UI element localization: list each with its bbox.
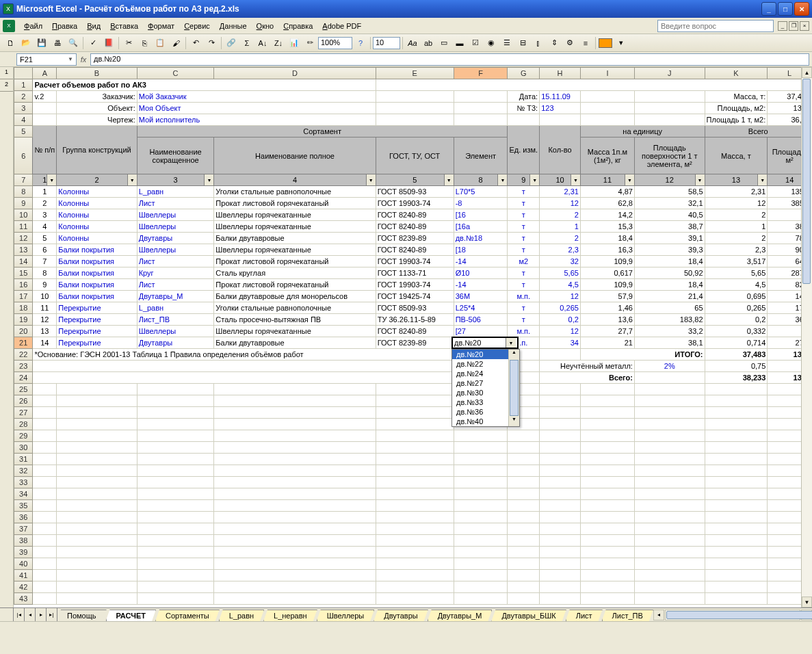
row-header-20[interactable]: 20 [14, 326, 33, 337]
row-header-3[interactable]: 3 [14, 103, 33, 114]
tab-first-button[interactable]: |◂ [14, 608, 25, 621]
filter-arrow-icon[interactable]: ▼ [571, 174, 580, 185]
doc-restore-button[interactable]: ❐ [789, 21, 798, 31]
minimize-button[interactable]: _ [761, 2, 776, 16]
row-header-18[interactable]: 18 [14, 302, 33, 314]
row-header-7[interactable]: 7 [14, 174, 33, 186]
tab-next-button[interactable]: ▸ [36, 608, 47, 621]
group-box-button[interactable]: ▭ [436, 36, 451, 51]
filter-arrow-icon[interactable]: ▼ [444, 174, 454, 185]
col-header-F[interactable]: F [454, 68, 508, 79]
filter-5[interactable]: 5▼ [376, 174, 454, 186]
dropdown-option[interactable]: дв.№22 [452, 359, 508, 369]
row-header-25[interactable]: 25 [14, 384, 33, 395]
row-header-38[interactable]: 38 [14, 535, 33, 547]
dropdown-option[interactable]: дв.№40 [452, 417, 508, 426]
col-header-K[interactable]: K [705, 68, 768, 79]
hyperlink-button[interactable]: 🔗 [224, 36, 239, 51]
name-box-dropdown-icon[interactable]: ▼ [68, 56, 73, 62]
open-button[interactable]: 📂 [18, 36, 34, 51]
zoom-combobox[interactable]: 100% [318, 37, 352, 49]
col-header-I[interactable]: I [580, 68, 634, 79]
dropdown-option[interactable]: дв.№24 [452, 369, 508, 378]
row-header-34[interactable]: 34 [14, 488, 33, 500]
sort-asc-button[interactable]: A↓ [255, 36, 270, 51]
row-header-41[interactable]: 41 [14, 570, 33, 581]
filter-arrow-icon[interactable]: ▼ [47, 174, 56, 185]
label-button[interactable]: Aa [405, 36, 420, 51]
row-header-17[interactable]: 17 [14, 291, 33, 302]
spinner-control-button[interactable]: ⇕ [547, 36, 562, 51]
hscroll-thumb[interactable] [666, 611, 812, 619]
doc-close-button[interactable]: × [800, 21, 809, 31]
active-cell-dropdown[interactable]: дв.№20 ▼ [451, 337, 519, 349]
filter-arrow-icon[interactable]: ▼ [529, 174, 539, 185]
save-button[interactable]: 💾 [34, 36, 49, 51]
filter-arrow-icon[interactable]: ▼ [757, 174, 767, 185]
dropdown-scrollbar[interactable]: ▲ ▼ [508, 350, 519, 426]
combobox-control-button[interactable]: ⊟ [515, 36, 530, 51]
menu-Данные[interactable]: Данные [215, 20, 252, 32]
row-header-43[interactable]: 43 [14, 593, 33, 605]
col-header-B[interactable]: B [57, 68, 137, 79]
filter-arrow-icon[interactable]: ▼ [497, 174, 507, 185]
sheet-tab[interactable]: Лист [566, 610, 603, 621]
listbox-control-button[interactable]: ☰ [499, 36, 514, 51]
sheet-tab[interactable]: L_равн [219, 610, 264, 621]
row-header-35[interactable]: 35 [14, 500, 33, 512]
format-painter-button[interactable]: 🖌 [168, 36, 183, 51]
filter-12[interactable]: 12▼ [634, 174, 705, 186]
filter-9[interactable]: 9▼ [508, 174, 540, 186]
row-header-37[interactable]: 37 [14, 523, 33, 535]
copy-button[interactable]: ⎘ [137, 36, 152, 51]
sort-desc-button[interactable]: Z↓ [271, 36, 286, 51]
font-size-combobox[interactable]: 10 [373, 37, 400, 49]
row-header-8[interactable]: 8 [14, 186, 33, 198]
maximize-button[interactable]: □ [778, 2, 793, 16]
row-header-42[interactable]: 42 [14, 581, 33, 593]
row-header-32[interactable]: 32 [14, 465, 33, 477]
properties-button[interactable]: ⚙ [562, 36, 577, 51]
horizontal-scrollbar[interactable]: ◂ ▸ [653, 608, 812, 621]
menu-Окно[interactable]: Окно [252, 20, 279, 32]
col-header-E[interactable]: E [376, 68, 454, 79]
filter-13[interactable]: 13▼ [705, 174, 768, 186]
research-button[interactable]: 📕 [101, 36, 116, 51]
menu-Вид[interactable]: Вид [82, 20, 105, 32]
row-header-23[interactable]: 23 [14, 361, 33, 372]
filter-arrow-icon[interactable]: ▼ [625, 174, 634, 185]
button-control-button[interactable]: ▬ [452, 36, 467, 51]
undo-button[interactable]: ↶ [188, 36, 203, 51]
row-header-33[interactable]: 33 [14, 477, 33, 488]
tab-prev-button[interactable]: ◂ [25, 608, 36, 621]
tab-last-button[interactable]: ▸| [47, 608, 57, 621]
filter-8[interactable]: 8▼ [454, 174, 508, 186]
dropdown-option[interactable]: дв.№33 [452, 397, 508, 407]
scroll-down-button[interactable]: ▼ [802, 597, 812, 607]
workbook-icon[interactable]: X [3, 20, 15, 32]
filter-10[interactable]: 10▼ [540, 174, 581, 186]
vscroll-thumb[interactable] [802, 79, 811, 284]
help-button[interactable]: ? [353, 36, 368, 51]
more-button[interactable]: ▾ [614, 36, 629, 51]
sheet-tab[interactable]: Лист_ПВ [602, 610, 653, 621]
close-button[interactable]: ✕ [794, 2, 809, 16]
row-header-4[interactable]: 4 [14, 114, 33, 126]
validation-dropdown[interactable]: дв.№20дв.№22дв.№24дв.№27дв.№30дв.№33дв.№… [451, 349, 520, 427]
spellcheck-button[interactable]: ✓ [86, 36, 101, 51]
row-header-24[interactable]: 24 [14, 372, 33, 384]
menu-Сервис[interactable]: Сервис [179, 20, 215, 32]
print-preview-button[interactable]: 🔍 [66, 36, 81, 51]
col-header-D[interactable]: D [214, 68, 376, 79]
formula-input[interactable]: дв.№20 [90, 53, 809, 66]
autosum-button[interactable]: Σ [239, 36, 254, 51]
code-button[interactable]: ≡ [578, 36, 593, 51]
textbox-button[interactable]: ab [421, 36, 436, 51]
row-header-9[interactable]: 9 [14, 198, 33, 209]
dropdown-option[interactable]: дв.№30 [452, 388, 508, 397]
fx-button[interactable]: fx [77, 55, 90, 64]
col-header-A[interactable]: A [33, 68, 57, 79]
paste-button[interactable]: 📋 [153, 36, 168, 51]
menu-Справка[interactable]: Справка [278, 20, 317, 32]
dropdown-option[interactable]: дв.№20 [452, 350, 508, 359]
